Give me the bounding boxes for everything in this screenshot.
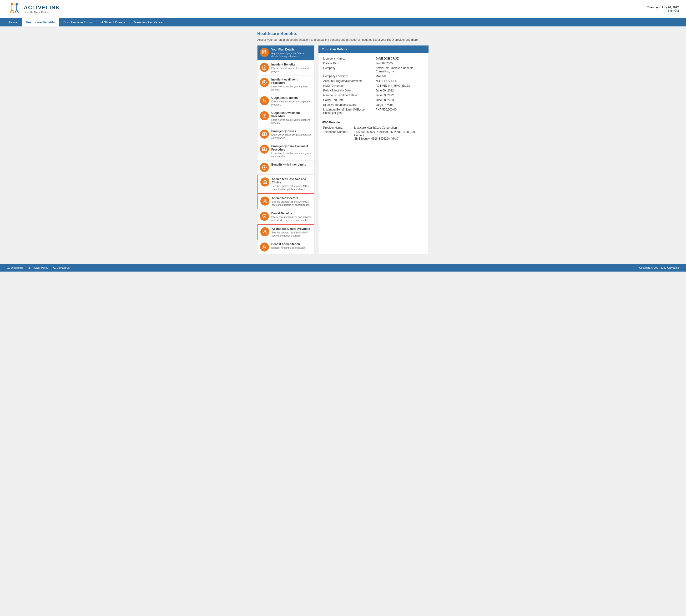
section-divider <box>322 118 425 119</box>
logo-text: ACTIVELINK Benefits Made Better <box>24 4 60 14</box>
sidebar-item-emergency-cases[interactable]: Emergency CasesKnow which cases can be c… <box>258 127 314 142</box>
field-value: NOT PROVIDED <box>374 79 425 83</box>
dental-benefits-title: Dental Benefits <box>271 212 312 215</box>
emergency-care-desc: Learn how to avail of your emergency car… <box>271 152 312 158</box>
dental-benefits-desc: Check which procedures and services are … <box>271 216 312 222</box>
footer-links: Disclaimer Privacy Policy Contact Us <box>7 266 70 269</box>
svg-point-27 <box>265 201 267 202</box>
privacy-link[interactable]: Privacy Policy <box>28 266 48 269</box>
svg-rect-15 <box>264 69 265 70</box>
svg-line-6 <box>12 9 14 13</box>
sidebar-item-outpatient-availment[interactable]: Outpatient Availment ProcedureLearn how … <box>258 109 314 127</box>
sidebar-item-inpatient-availment[interactable]: Inpatient Availment ProcedureLearn how t… <box>258 75 314 94</box>
svg-point-0 <box>11 3 13 5</box>
accredited-dental-title: Accredited Dental Providers <box>272 227 311 230</box>
field-label: Company Location: <box>322 74 374 79</box>
sidebar-item-accredited-hospitals[interactable]: Accredited Hospitals and ClinicsSee the … <box>258 175 314 194</box>
svg-line-8 <box>17 9 19 13</box>
hmo-telephone-label: Telephone Number: <box>322 130 353 141</box>
table-row: Company:ActiveLink Employee Benefits Con… <box>322 66 425 74</box>
warning-icon <box>7 266 10 269</box>
accredited-hospitals-title: Accredited Hospitals and Clinics <box>272 177 311 184</box>
table-row: Company Location:MAKATI <box>322 74 425 79</box>
table-row: Policy Effectivity Date:June 09, 2022 <box>322 88 425 93</box>
nav-assistance[interactable]: Members Assistance <box>130 18 167 26</box>
sidebar-item-dental-benefits[interactable]: Dental BenefitsCheck which procedures an… <box>258 210 314 224</box>
table-row: HMO ID Number:ACTIVELINK_HMO_ID123 <box>322 83 425 88</box>
svg-point-29 <box>263 245 265 247</box>
footer-copyright: Copyright © 2007-2022 ActiveLink <box>639 266 679 269</box>
plan-details-desc: A quick look at your plan's basic detail… <box>271 52 312 58</box>
footer: Disclaimer Privacy Policy Contact Us Cop… <box>0 264 686 271</box>
outpatient-benefits-title: Outpatient Benefits <box>271 96 312 100</box>
plan-details-icon: ✓ <box>260 48 269 57</box>
plan-info-table: Member's Name:JANE DOE CRUZDate of Birth… <box>322 56 425 115</box>
accredited-dental-icon <box>260 227 269 236</box>
disclaimer-link[interactable]: Disclaimer <box>7 266 23 269</box>
emergency-care-icon <box>260 145 269 154</box>
svg-line-7 <box>15 9 17 13</box>
field-value: PHP 500,000.00 <box>374 107 425 115</box>
hmo-section-title: HMO Provider: <box>322 121 425 124</box>
table-row: Member's Enrollment Date:June 09, 2022 <box>322 93 425 98</box>
sidebar-item-inpatient-benefits[interactable]: Inpatient BenefitsCheck what falls under… <box>258 61 314 75</box>
svg-point-1 <box>16 3 18 5</box>
inpatient-benefits-icon <box>260 63 269 72</box>
field-value: June 09, 2022 <box>374 93 425 98</box>
sidebar-item-plan-details[interactable]: ✓Your Plan DetailsA quick look at your p… <box>258 45 314 61</box>
outpatient-availment-desc: Learn how to avail of your outpatient be… <box>271 118 312 125</box>
page-title: Healthcare Benefits <box>257 31 429 36</box>
sidebar-item-accredited-doctors[interactable]: Accredited DoctorsSee the updated list o… <box>258 194 314 210</box>
page-description: Access your current plan details, inpati… <box>257 38 429 41</box>
nav-orange[interactable]: A Slice of Orange <box>97 18 130 26</box>
field-label: Member's Name: <box>322 56 374 61</box>
lock-icon <box>28 266 31 269</box>
field-label: HMO ID Number: <box>322 83 374 88</box>
accredited-doctors-desc: See the updated list of your HMO's accre… <box>272 200 311 206</box>
contact-link[interactable]: Contact Us <box>53 266 70 269</box>
sidebar-item-emergency-care[interactable]: Emergency Care Availment ProcedureLearn … <box>258 142 314 160</box>
svg-point-26 <box>264 199 266 201</box>
field-label: Account/Program/Department: <box>322 79 374 83</box>
table-row: Maximum Benefit Limit (MBL) per-illness … <box>322 107 425 115</box>
nav-healthcare[interactable]: Healthcare Benefits <box>22 18 59 26</box>
svg-rect-25 <box>264 183 266 184</box>
main-nav: Home Healthcare Benefits Downloadable Fo… <box>0 18 686 26</box>
outpatient-availment-title: Outpatient Availment Procedure <box>271 111 312 118</box>
field-label: Policy Effectivity Date: <box>322 88 374 93</box>
field-value: ACTIVELINK_HMO_ID123 <box>374 83 425 88</box>
table-row: Policy End Date:June 08, 2023 <box>322 98 425 103</box>
svg-text:✓: ✓ <box>265 53 266 54</box>
table-row: Member's Name:JANE DOE CRUZ <box>322 56 425 61</box>
svg-line-5 <box>10 9 12 13</box>
logo-subtitle: Benefits Made Better <box>24 11 60 14</box>
accredited-dental-desc: See the updated list of your HMO's accre… <box>272 231 311 237</box>
nav-home[interactable]: Home <box>5 18 22 26</box>
sidebar-item-inner-limits[interactable]: Benefits with Inner Limits <box>258 160 314 175</box>
table-row: Telephone Number: +632 908-6900 (Trunkli… <box>322 130 425 141</box>
logo-title: ACTIVELINK <box>24 4 60 11</box>
table-row: Date of Birth:July 18, 2005 <box>322 61 425 66</box>
emergency-care-title: Emergency Care Availment Procedure <box>271 145 312 151</box>
field-label: Effective Room and Board: <box>322 103 374 107</box>
main-content: Healthcare Benefits Access your current … <box>252 26 434 259</box>
inpatient-availment-desc: Learn how to avail of your inpatient ben… <box>271 85 312 91</box>
panel-body: Member's Name:JANE DOE CRUZDate of Birth… <box>318 53 428 144</box>
sidebar-item-accredited-dental[interactable]: Accredited Dental ProvidersSee the updat… <box>258 224 314 240</box>
field-value: June 09, 2022 <box>374 88 425 93</box>
panel-header: Your Plan Details <box>318 45 428 53</box>
accredited-doctors-icon <box>260 197 269 205</box>
outpatient-benefits-desc: Check what falls under the outpatient pr… <box>271 100 312 106</box>
table-row: Account/Program/Department:NOT PROVIDED <box>322 79 425 83</box>
dental-benefits-icon <box>260 212 269 221</box>
inner-limits-title: Benefits with Inner Limits <box>271 163 312 166</box>
table-row: Effective Room and Board:Large Private <box>322 103 425 107</box>
sign-out-link[interactable]: Sign Out <box>647 9 679 13</box>
sidebar-item-outpatient-benefits[interactable]: Outpatient BenefitsCheck what falls unde… <box>258 94 314 109</box>
sidebar-item-dentist-accreditation[interactable]: Dentist AccreditationRequest for dentist… <box>258 240 314 254</box>
nav-forms[interactable]: Downloadable Forms <box>59 18 97 26</box>
dentist-accreditation-title: Dentist Accreditation <box>271 242 312 246</box>
field-value: MAKATI <box>374 74 425 79</box>
inpatient-availment-title: Inpatient Availment Procedure <box>271 78 312 85</box>
svg-point-17 <box>263 99 265 101</box>
